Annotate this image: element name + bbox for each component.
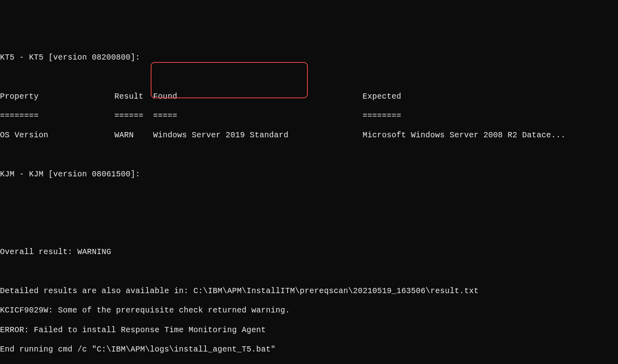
kcicf-warning: KCICF9029W: Some of the prerequisite che… [0, 306, 618, 315]
error-line: ERROR: Failed to install Response Time M… [0, 325, 618, 335]
table-header-row: PropertyResultFoundExpected [0, 92, 618, 101]
cell-property: OS Version [0, 130, 114, 140]
blank-line [0, 189, 618, 199]
blank-line [0, 150, 618, 160]
sep-property: ======== [0, 111, 114, 121]
terminal-output: KT5 - KT5 [version 08200800]: PropertyRe… [0, 39, 618, 364]
sep-expected: ======== [363, 111, 401, 121]
header-kt5: KT5 - KT5 [version 08200800]: [0, 53, 618, 62]
cell-expected: Microsoft Windows Server 2008 R2 Datace.… [363, 130, 566, 140]
table-data-row: OS VersionWARNWindows Server 2019 Standa… [0, 130, 618, 140]
cell-result: WARN [114, 130, 153, 140]
col-property-header: Property [0, 92, 114, 101]
sep-found: ===== [153, 111, 363, 121]
col-result-header: Result [114, 92, 153, 101]
blank-line [0, 228, 618, 238]
col-expected-header: Expected [363, 92, 401, 101]
end-running-line: End running cmd /c "C:\IBM\APM\logs\inst… [0, 345, 618, 354]
detailed-results-path: Detailed results are also available in: … [0, 286, 618, 296]
blank-line [0, 209, 618, 218]
blank-line [0, 72, 618, 82]
cell-found: Windows Server 2019 Standard [153, 130, 363, 140]
header-kjm: KJM - KJM [version 08061500]: [0, 170, 618, 179]
col-found-header: Found [153, 92, 363, 101]
overall-result: Overall result: WARNING [0, 247, 618, 257]
table-separator-row: =========================== [0, 111, 618, 121]
sep-result: ====== [114, 111, 153, 121]
blank-line [0, 267, 618, 277]
